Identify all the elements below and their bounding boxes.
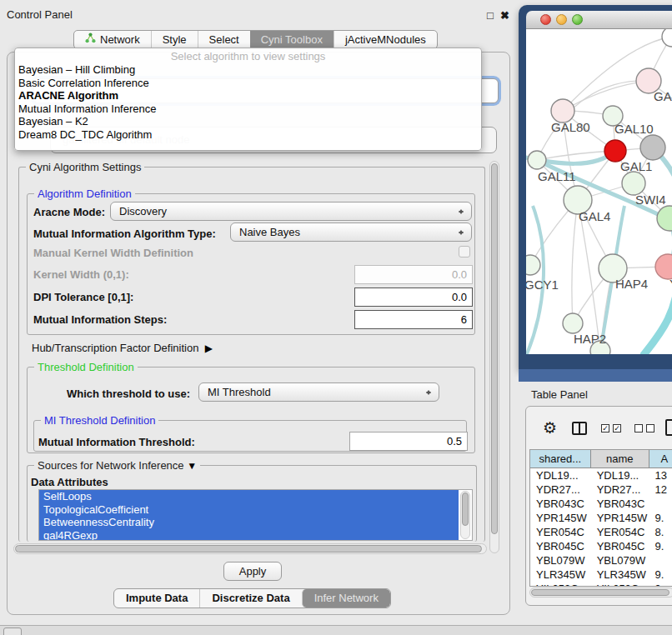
expander-right-icon[interactable]: ▶	[205, 342, 213, 354]
node-gcy1[interactable]	[526, 255, 540, 275]
node-label: GAL4	[579, 209, 610, 223]
table-row[interactable]: YIL052CYIL052C9	[530, 582, 672, 587]
unchecked-checkbox-icon[interactable]	[646, 424, 654, 432]
zoom-traffic-light-icon[interactable]	[572, 14, 583, 25]
mi-threshold-group-title: MI Threshold Definition	[41, 414, 158, 427]
mi-threshold-field[interactable]: 0.5	[349, 432, 468, 451]
screenshot-root: Control Panel □ ✖ Network Style Select C…	[0, 0, 672, 635]
dropdown-item-selected[interactable]: ARACNE Algorithm	[15, 89, 481, 102]
tab-style[interactable]: Style	[151, 31, 198, 48]
node-gal11[interactable]	[528, 151, 546, 169]
settings-vertical-scrollbar[interactable]	[489, 161, 499, 553]
dpi-tolerance-field[interactable]: 0.0	[354, 288, 473, 307]
tab-infer-network[interactable]: Infer Network	[302, 589, 390, 608]
hub-definition-expander[interactable]: Hub/Transcription Factor Definition ▶	[32, 342, 213, 354]
close-traffic-light-icon[interactable]	[540, 14, 551, 25]
table-horizontal-scrollbar[interactable]	[529, 588, 672, 598]
kernel-width-label: Kernel Width (0,1):	[33, 268, 129, 281]
checked-checkbox-icon[interactable]: ✓	[613, 424, 621, 432]
node-gray[interactable]	[640, 135, 665, 160]
table-row[interactable]: YDL19...YDL19...13	[530, 468, 672, 482]
list-item-selected[interactable]: TopologicalCoefficient	[39, 503, 459, 517]
table-row[interactable]: YER054CYER054C8.	[530, 525, 672, 539]
table-row[interactable]: YLR345WYLR345W9.	[530, 568, 672, 582]
list-item-selected[interactable]: SelfLoops	[39, 490, 459, 503]
dropdown-item[interactable]: Bayesian – Hill Climbing	[15, 63, 481, 77]
list-vertical-scrollbar[interactable]	[460, 491, 470, 539]
stepper-icon	[458, 206, 465, 218]
node-gal1[interactable]	[622, 172, 645, 195]
column-header[interactable]: name	[591, 450, 649, 468]
minimized-panel-button[interactable]	[3, 628, 22, 635]
node-label: SWI4	[635, 192, 666, 207]
manual-kernel-width-checkbox[interactable]	[459, 246, 470, 258]
node-label: GAL10	[614, 122, 654, 136]
dpi-tolerance-label: DPI Tolerance [0,1]:	[33, 291, 133, 303]
node-label: HAP4	[615, 277, 648, 291]
data-attributes-list[interactable]: SelfLoops TopologicalCoefficient Between…	[38, 489, 473, 541]
float-window-icon[interactable]: □	[487, 9, 494, 22]
column-header[interactable]: shared...	[530, 450, 591, 468]
scrollbar-thumb[interactable]	[462, 492, 469, 526]
table-row[interactable]: YBR045CYBR045C9.	[530, 539, 672, 553]
gear-icon[interactable]: ⚙	[543, 420, 557, 436]
network-node-labels: GAL GAL80 GAL10 GAL11 GAL1 SWI4 GAL4 GCY…	[526, 89, 672, 346]
table-row[interactable]: YBL079WYBL079W	[530, 553, 672, 568]
checked-checkbox-icon[interactable]: ✓	[601, 424, 609, 432]
dropdown-item[interactable]: Basic Correlation Inference	[15, 77, 481, 90]
tab-impute-data[interactable]: Impute Data	[114, 589, 199, 608]
unchecked-checkbox-icon[interactable]	[634, 424, 643, 432]
aracne-mode-combobox[interactable]: Discovery	[110, 202, 472, 221]
mi-algorithm-type-combobox[interactable]: Naive Bayes	[230, 222, 472, 242]
dropdown-item[interactable]: Mutual Information Inference	[15, 102, 481, 116]
node-label: GAL1	[620, 159, 652, 173]
tab-discretize-data[interactable]: Discretize Data	[199, 589, 301, 608]
tab-select[interactable]: Select	[198, 31, 250, 48]
mi-steps-label: Mutual Information Steps:	[33, 313, 167, 326]
document-icon[interactable]	[665, 419, 672, 436]
tab-network[interactable]: Network	[74, 31, 151, 48]
scrollbar-thumb[interactable]	[15, 545, 482, 552]
kernel-width-field[interactable]: 0.0	[354, 265, 473, 284]
close-window-icon[interactable]: ✖	[500, 9, 509, 22]
dropdown-item[interactable]: Dream8 DC_TDC Algorithm	[15, 128, 481, 142]
settings-horizontal-scrollbar[interactable]	[13, 543, 487, 554]
table-row[interactable]: YBR043CYBR043C	[530, 497, 672, 511]
which-threshold-combobox[interactable]: MI Threshold	[198, 382, 439, 402]
minimize-traffic-light-icon[interactable]	[556, 14, 567, 25]
node-gal80[interactable]	[551, 99, 574, 122]
cyni-settings-group-title: Cyni Algorithm Settings	[26, 161, 144, 173]
scrollbar-thumb[interactable]	[531, 589, 669, 596]
apply-button[interactable]: Apply	[223, 562, 282, 581]
network-nodes[interactable]	[526, 29, 672, 354]
manual-kernel-width-label: Manual Kernel Width Definition	[33, 247, 193, 259]
scrollbar-thumb[interactable]	[491, 163, 498, 534]
tab-jactivemnodules[interactable]: jActiveMNodules	[333, 31, 437, 48]
dropdown-item[interactable]: Bayesian – K2	[15, 115, 481, 128]
list-item-selected[interactable]: gal4RGexp	[39, 529, 459, 542]
table-row[interactable]: YPR145WYPR145W9.	[530, 511, 672, 525]
threshold-definition-title: Threshold Definition	[34, 361, 138, 373]
column-header[interactable]: A	[649, 450, 672, 468]
window-bottom-strip	[0, 625, 672, 635]
data-attributes-label: Data Attributes	[31, 476, 108, 488]
mi-steps-field[interactable]: 6	[354, 310, 473, 329]
network-canvas[interactable]: GAL GAL80 GAL10 GAL11 GAL1 SWI4 GAL4 GCY…	[526, 29, 672, 354]
node-hap2[interactable]	[563, 313, 583, 333]
table-row[interactable]: YDR27...YDR27...12	[530, 482, 672, 497]
list-item-selected[interactable]: BetweennessCentrality	[39, 516, 459, 529]
network-icon	[85, 31, 96, 48]
node-label: GAL11	[538, 169, 576, 183]
tab-cyni-toolbox[interactable]: Cyni Toolbox	[250, 31, 333, 48]
sources-group-title: Sources for Network Inference ▼	[34, 459, 200, 472]
node-swi4[interactable]	[657, 206, 672, 231]
columns-icon[interactable]	[572, 422, 587, 435]
node-table[interactable]: shared... name A YDL19...YDL19...13 YDR2…	[529, 449, 672, 587]
stepper-icon	[425, 387, 433, 398]
aracne-mode-label: Aracne Mode:	[33, 206, 105, 218]
node-y-cut[interactable]	[655, 254, 672, 279]
network-window-titlebar[interactable]	[526, 11, 672, 29]
mi-algorithm-type-label: Mutual Information Algorithm Type:	[33, 228, 216, 240]
collapse-down-icon[interactable]: ▼	[187, 460, 197, 472]
node-cut-top[interactable]	[662, 29, 672, 47]
